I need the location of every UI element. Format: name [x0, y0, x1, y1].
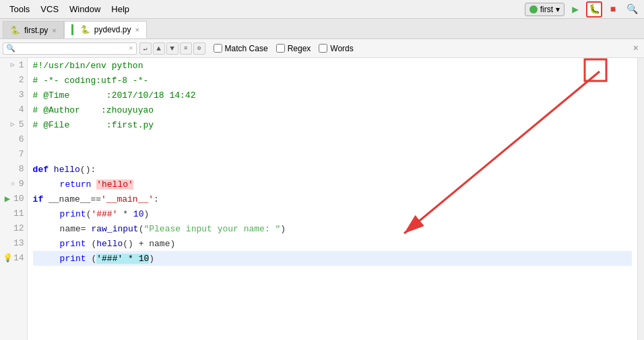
search-input-wrapper: 🔍 × — [3, 42, 137, 55]
code-line-4: # @Author :zhouyuyao — [33, 103, 632, 117]
words-label: Words — [330, 44, 353, 53]
menu-vcs[interactable]: VCS — [35, 3, 64, 16]
search-input[interactable] — [18, 44, 126, 53]
search-clear-icon[interactable]: × — [129, 45, 133, 53]
line-numbers: ▷ 1 2 3 4 ▷ 5 6 7 8 ● 9 ▶ 10 11 12 13 💡 … — [0, 58, 28, 340]
run-config-button[interactable]: first ▾ — [525, 3, 565, 16]
regex-option[interactable]: Regex — [276, 44, 311, 53]
editor-area: ▷ 1 2 3 4 ▷ 5 6 7 8 ● 9 ▶ 10 11 12 13 💡 … — [0, 58, 644, 340]
tab-first-py[interactable]: 🐍 first.py × — [3, 21, 64, 38]
tab-close-first[interactable]: × — [52, 26, 56, 34]
menu-window[interactable]: Window — [64, 3, 106, 16]
code-line-12: name= raw_input("Please input your name:… — [33, 221, 632, 236]
tab-label-first: first.py — [24, 26, 48, 35]
gutter-bullet-9: ● — [8, 177, 18, 192]
search-find-all-btn[interactable]: ≡ — [180, 42, 192, 55]
regex-checkbox[interactable] — [276, 44, 285, 53]
code-content[interactable]: #!/usr/bin/env python # -*- coding:utf-8… — [28, 58, 637, 340]
code-line-3: # @Time :2017/10/18 14:42 — [33, 88, 632, 103]
code-line-8: def hello(): — [33, 162, 632, 177]
line-num-11: 11 — [3, 206, 24, 221]
search-nav-buttons: ↵ ▲ ▼ ≡ ⚙ — [139, 42, 205, 55]
line-num-10: ▶ 10 — [3, 192, 24, 206]
search-enter-btn[interactable]: ↵ — [139, 42, 152, 55]
tab-label-pydevd: pydevd.py — [94, 25, 131, 34]
line-num-1: ▷ 1 — [3, 58, 24, 73]
menu-tools[interactable]: Tools — [4, 3, 35, 16]
match-case-option[interactable]: Match Case — [214, 44, 268, 53]
search-bar: 🔍 × ↵ ▲ ▼ ≡ ⚙ Match Case Regex Words × — [0, 39, 644, 58]
tab-active-indicator — [71, 24, 73, 35]
match-case-label: Match Case — [225, 44, 268, 53]
code-line-2: # -*- coding:utf-8 -*- — [33, 73, 632, 88]
words-checkbox[interactable] — [319, 44, 327, 53]
line-num-8: 8 — [3, 162, 24, 177]
line-num-6: 6 — [3, 132, 24, 147]
stop-button[interactable]: ■ — [605, 1, 621, 18]
vertical-scrollbar[interactable] — [637, 58, 644, 340]
tab-pydevd-py[interactable]: 🐍 pydevd.py × — [64, 21, 147, 38]
search-options: Match Case Regex Words — [214, 44, 354, 53]
code-line-11: print('###' * 10) — [33, 206, 632, 221]
tab-close-pydevd[interactable]: × — [135, 26, 139, 34]
line-num-13: 13 — [3, 236, 24, 251]
search-prev-btn[interactable]: ▲ — [153, 42, 165, 55]
search-icon: 🔍 — [6, 44, 15, 53]
search-close-button[interactable]: × — [631, 43, 641, 54]
regex-label: Regex — [288, 44, 311, 53]
search-next-btn[interactable]: ▼ — [166, 42, 179, 55]
line-num-2: 2 — [3, 73, 24, 88]
search-button[interactable]: 🔍 — [624, 1, 640, 18]
run-config-label: first — [540, 5, 553, 14]
search-settings-btn[interactable]: ⚙ — [193, 42, 205, 55]
line-num-14: 💡 14 — [3, 251, 24, 266]
gutter-bullet-14: 💡 — [3, 251, 12, 266]
code-line-7 — [33, 147, 632, 162]
toolbar-right: first ▾ ▶ 🐛 ■ 🔍 — [525, 1, 640, 18]
gutter-fold-5[interactable]: ▷ — [8, 117, 18, 132]
debug-button[interactable]: 🐛 — [586, 1, 602, 18]
play-button[interactable]: ▶ — [567, 1, 583, 18]
code-line-10: if __name__=='__main__': — [33, 192, 632, 206]
code-line-13: print (hello() + name) — [33, 236, 632, 251]
code-line-14: print ('###' * 10) — [33, 251, 632, 266]
line-num-3: 3 — [3, 88, 24, 103]
tab-icon-first: 🐍 — [10, 26, 20, 35]
match-case-checkbox[interactable] — [214, 44, 222, 53]
run-config-dropdown-icon[interactable]: ▾ — [556, 5, 560, 14]
line-num-7: 7 — [3, 147, 24, 162]
menu-help[interactable]: Help — [106, 3, 135, 16]
line-num-9: ● 9 — [3, 177, 24, 192]
code-line-5: # @File :first.py — [33, 117, 632, 132]
line-num-5: ▷ 5 — [3, 117, 24, 132]
code-line-6 — [33, 132, 632, 147]
tabs-bar: 🐍 first.py × 🐍 pydevd.py × — [0, 19, 644, 39]
line-num-4: 4 — [3, 103, 24, 117]
menubar: Tools VCS Window Help first ▾ ▶ 🐛 ■ 🔍 — [0, 0, 644, 19]
words-option[interactable]: Words — [319, 44, 353, 53]
run-indicator — [529, 5, 538, 13]
line-num-12: 12 — [3, 221, 24, 236]
tab-icon-pydevd: 🐍 — [80, 25, 90, 34]
code-line-9: return 'hello' — [33, 177, 632, 192]
gutter-fold-1[interactable]: ▷ — [8, 58, 18, 73]
debug-arrow-10: ▶ — [3, 192, 12, 206]
code-line-1: #!/usr/bin/env python — [33, 58, 632, 73]
